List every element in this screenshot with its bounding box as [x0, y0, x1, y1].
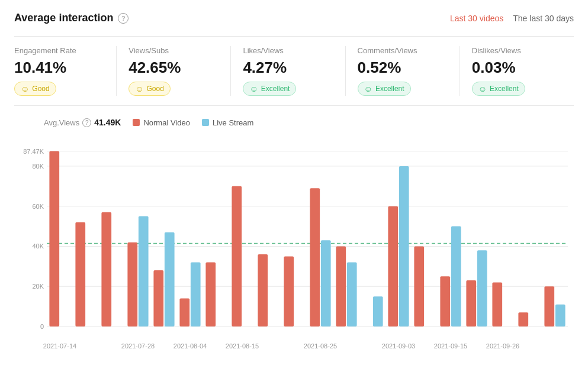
metric-item-4: Dislikes/Views 0.03% ☺ Excellent — [460, 46, 574, 96]
svg-rect-18 — [153, 270, 163, 326]
svg-text:2021-09-03: 2021-09-03 — [382, 342, 415, 350]
metric-label-2: Likes/Views — [243, 46, 333, 55]
svg-text:2021-07-28: 2021-07-28 — [121, 342, 155, 350]
metric-value-0: 10.41% — [14, 59, 104, 77]
svg-rect-25 — [284, 256, 294, 326]
header-left: Average interaction ? — [14, 12, 128, 24]
avg-views-label: Avg.Views ? 41.49K — [44, 118, 121, 127]
badge-icon-1: ☺ — [135, 84, 143, 93]
metric-item-2: Likes/Views 4.27% ☺ Excellent — [231, 46, 345, 96]
svg-rect-24 — [258, 254, 268, 326]
svg-text:60K: 60K — [32, 203, 44, 210]
svg-rect-16 — [127, 242, 137, 326]
metric-item-3: Comments/Views 0.52% ☺ Excellent — [346, 46, 460, 96]
svg-rect-28 — [336, 246, 346, 326]
badge-icon-0: ☺ — [21, 84, 29, 93]
badge-label-1: Good — [147, 85, 164, 93]
metric-value-3: 0.52% — [358, 59, 448, 77]
svg-rect-33 — [414, 246, 424, 326]
svg-text:80K: 80K — [32, 163, 44, 170]
metric-label-1: Views/Subs — [128, 46, 219, 55]
metric-value-4: 0.03% — [472, 59, 562, 77]
chart-container: 020K40K60K80K87.47K2021-07-142021-07-282… — [14, 134, 574, 359]
chart-svg: 020K40K60K80K87.47K2021-07-142021-07-282… — [14, 134, 574, 359]
legend-live-stream: Live Stream — [202, 118, 253, 127]
svg-rect-41 — [555, 305, 565, 326]
svg-text:2021-08-04: 2021-08-04 — [173, 342, 207, 350]
legend-dot-red — [133, 119, 140, 126]
tab-last-30-videos[interactable]: Last 30 videos — [450, 14, 503, 23]
metric-badge-0: ☺ Good — [14, 82, 56, 96]
badge-label-0: Good — [32, 85, 49, 93]
svg-text:2021-09-26: 2021-09-26 — [486, 342, 519, 350]
svg-rect-23 — [232, 186, 242, 326]
svg-rect-35 — [451, 227, 461, 326]
svg-text:20K: 20K — [32, 283, 44, 290]
badge-label-4: Excellent — [490, 85, 519, 93]
avg-views-help-icon[interactable]: ? — [82, 118, 91, 127]
svg-rect-21 — [191, 263, 201, 326]
metric-item-0: Engagement Rate 10.41% ☺ Good — [14, 46, 117, 96]
svg-rect-14 — [75, 222, 85, 326]
svg-rect-13 — [49, 151, 59, 326]
avg-views-value: 41.49K — [94, 118, 121, 127]
svg-rect-26 — [310, 188, 320, 326]
metric-label-4: Dislikes/Views — [472, 46, 562, 55]
legend-live-label: Live Stream — [213, 118, 253, 127]
badge-icon-4: ☺ — [478, 84, 487, 93]
metrics-row: Engagement Rate 10.41% ☺ Good Views/Subs… — [14, 36, 574, 106]
svg-text:2021-09-15: 2021-09-15 — [434, 342, 467, 350]
svg-rect-34 — [440, 276, 450, 326]
svg-rect-22 — [205, 263, 216, 326]
badge-icon-2: ☺ — [249, 84, 258, 93]
metric-label-0: Engagement Rate — [14, 46, 104, 55]
svg-text:0: 0 — [40, 323, 44, 330]
svg-rect-29 — [347, 263, 357, 326]
legend-normal-video: Normal Video — [133, 118, 190, 127]
svg-rect-39 — [518, 312, 528, 326]
badge-label-3: Excellent — [375, 85, 404, 93]
metric-badge-2: ☺ Excellent — [243, 82, 296, 96]
svg-text:2021-07-14: 2021-07-14 — [43, 342, 76, 350]
svg-rect-37 — [477, 250, 487, 326]
metric-value-2: 4.27% — [243, 59, 333, 77]
svg-rect-30 — [373, 296, 383, 326]
svg-rect-32 — [399, 166, 409, 326]
svg-rect-19 — [165, 232, 175, 326]
svg-rect-15 — [101, 212, 111, 326]
page-header: Average interaction ? Last 30 videos The… — [14, 12, 574, 24]
metric-label-3: Comments/Views — [358, 46, 448, 55]
badge-label-2: Excellent — [261, 85, 290, 93]
chart-header: Avg.Views ? 41.49K Normal Video Live Str… — [14, 118, 574, 127]
svg-text:87.47K: 87.47K — [23, 148, 44, 155]
svg-rect-31 — [388, 206, 398, 326]
badge-icon-3: ☺ — [364, 84, 372, 93]
metric-badge-1: ☺ Good — [128, 82, 171, 96]
avg-views-text: Avg.Views — [44, 118, 79, 127]
legend-dot-blue — [202, 119, 209, 126]
header-right: Last 30 videos The last 30 days — [450, 14, 574, 23]
svg-text:2021-08-15: 2021-08-15 — [226, 342, 259, 350]
help-icon[interactable]: ? — [118, 13, 128, 24]
svg-text:2021-08-25: 2021-08-25 — [304, 342, 337, 350]
svg-rect-40 — [544, 286, 554, 326]
tab-last-30-days[interactable]: The last 30 days — [513, 14, 574, 23]
page-title: Average interaction — [14, 12, 113, 24]
legend-normal-label: Normal Video — [143, 118, 190, 127]
svg-rect-27 — [321, 240, 331, 326]
svg-rect-17 — [139, 216, 149, 326]
chart-section: Avg.Views ? 41.49K Normal Video Live Str… — [14, 118, 574, 359]
metric-item-1: Views/Subs 42.65% ☺ Good — [117, 46, 231, 96]
svg-rect-20 — [179, 299, 189, 326]
svg-rect-38 — [492, 282, 502, 326]
svg-text:40K: 40K — [32, 242, 44, 250]
svg-rect-36 — [466, 280, 476, 326]
metric-value-1: 42.65% — [128, 59, 219, 77]
metric-badge-4: ☺ Excellent — [472, 82, 525, 96]
metric-badge-3: ☺ Excellent — [358, 82, 411, 96]
